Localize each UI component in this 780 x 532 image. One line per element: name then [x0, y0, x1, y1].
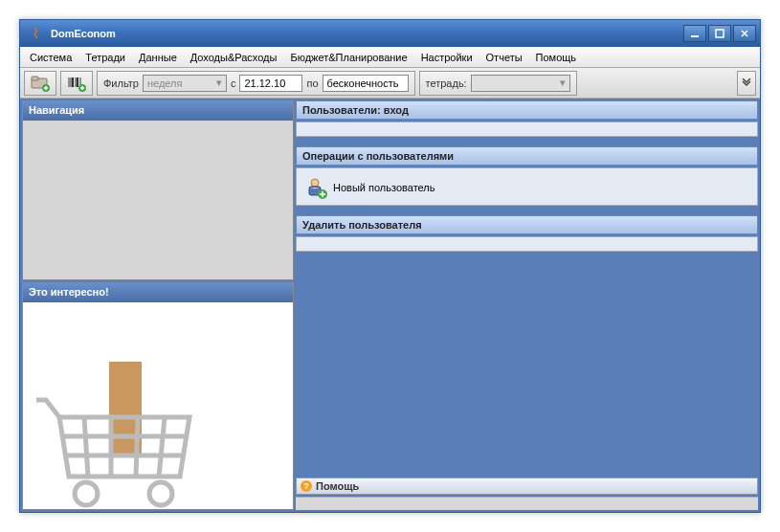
svg-point-19	[75, 482, 98, 505]
filter-combo[interactable]: неделя ▾	[143, 75, 227, 92]
interesting-body[interactable]	[23, 302, 293, 509]
delete-user-header[interactable]: Удалить пользователя	[296, 215, 758, 234]
notebook-label: тетрадь:	[426, 78, 467, 89]
filter-value: неделя	[147, 78, 183, 89]
shopping-cart-icon	[36, 362, 228, 509]
svg-rect-1	[716, 30, 724, 37]
svg-rect-3	[32, 77, 38, 80]
notebook-group: тетрадь: ▾	[419, 71, 577, 96]
java-icon	[30, 26, 45, 41]
help-icon: ?	[301, 480, 312, 492]
svg-rect-0	[691, 35, 699, 37]
navigation-header: Навигация	[23, 101, 293, 121]
svg-line-16	[159, 417, 165, 477]
new-user-label: Новый пользователь	[333, 182, 435, 193]
main-area: Навигация Это интересно!	[20, 99, 760, 512]
filter-label: Фильтр	[103, 78, 139, 89]
titlebar[interactable]: DomEconom	[20, 20, 760, 47]
interesting-header: Это интересно!	[23, 283, 293, 302]
window-title: DomEconom	[51, 28, 681, 39]
user-ops-body: Новый пользователь	[296, 167, 758, 206]
chevron-down-icon: ▾	[216, 77, 222, 89]
menu-reports[interactable]: Отчеты	[480, 49, 528, 66]
to-label: по	[306, 78, 318, 89]
chevron-down-icon: ▾	[560, 77, 566, 89]
svg-point-21	[311, 179, 319, 187]
toolbar-btn-barcode[interactable]	[60, 71, 93, 96]
svg-line-13	[84, 417, 88, 477]
maximize-button[interactable]	[708, 25, 731, 42]
svg-line-15	[136, 417, 138, 477]
toolbar: Фильтр неделя ▾ с 21.12.10 по бесконечно…	[20, 68, 760, 99]
toolbar-btn-folder[interactable]	[24, 71, 56, 96]
menu-system[interactable]: Система	[24, 49, 78, 66]
left-column: Навигация Это интересно!	[20, 99, 296, 512]
help-label: Помощь	[316, 480, 359, 492]
user-ops-header[interactable]: Операции с пользователями	[296, 146, 758, 166]
right-column: Пользователи: вход Операции с пользовате…	[296, 99, 760, 512]
navigation-panel: Навигация	[22, 100, 294, 280]
person-add-icon	[304, 176, 327, 199]
menu-help[interactable]: Помощь	[530, 49, 583, 66]
from-date-field[interactable]: 21.12.10	[239, 75, 302, 92]
menu-notebooks[interactable]: Тетради	[79, 49, 131, 66]
menubar: Система Тетради Данные Доходы&Расходы Бю…	[20, 47, 760, 68]
content-gap	[296, 254, 758, 476]
interesting-panel: Это интересно!	[22, 282, 294, 510]
delete-user-body	[296, 236, 758, 252]
navigation-body[interactable]	[23, 121, 293, 279]
filter-group: Фильтр неделя ▾ с 21.12.10 по бесконечно…	[97, 71, 415, 96]
notebook-combo[interactable]: ▾	[471, 75, 570, 92]
menu-data[interactable]: Данные	[133, 49, 183, 66]
close-button[interactable]	[733, 25, 756, 42]
login-section-header[interactable]: Пользователи: вход	[296, 100, 758, 120]
from-label: с	[231, 78, 236, 89]
new-user-row[interactable]: Новый пользователь	[301, 172, 753, 203]
menu-income-expense[interactable]: Доходы&Расходы	[185, 49, 283, 66]
to-date-field[interactable]: бесконечность	[323, 75, 409, 92]
svg-point-20	[149, 482, 172, 505]
login-section-body	[296, 122, 758, 137]
statusbar	[296, 497, 758, 510]
minimize-button[interactable]	[683, 25, 706, 42]
app-window: DomEconom Система Тетради Данные Доходы&…	[19, 19, 761, 513]
menu-budget-planning[interactable]: Бюджет&Планирование	[284, 49, 412, 66]
help-bar[interactable]: ? Помощь	[296, 477, 758, 495]
menu-settings[interactable]: Настройки	[415, 49, 479, 66]
toolbar-expand-button[interactable]	[737, 71, 756, 96]
